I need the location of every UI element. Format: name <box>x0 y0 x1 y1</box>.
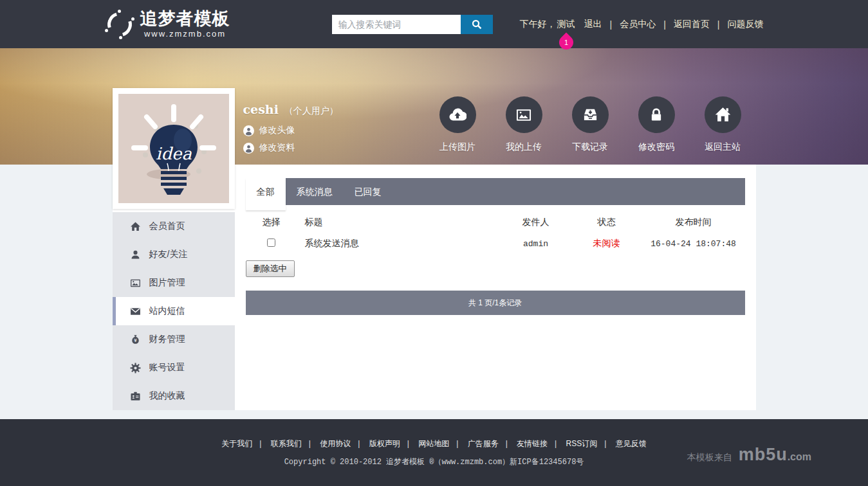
logo-swirl-icon <box>105 10 134 39</box>
footer-link-about[interactable]: 关于我们 <box>221 439 252 448</box>
footer-separator: | <box>259 439 261 448</box>
sidebar-item-friends[interactable]: 好友/关注 <box>113 240 235 269</box>
footer-separator: | <box>506 439 508 448</box>
site-title: 追梦者模板 <box>140 10 230 28</box>
row-select-checkbox[interactable] <box>267 239 275 247</box>
image-icon <box>130 278 141 289</box>
footer-link-sitemap[interactable]: 网站地图 <box>418 439 449 448</box>
lightbulb-idea-image: idea <box>118 94 229 203</box>
home-icon <box>714 106 732 123</box>
profile-user-type: （个人用户） <box>284 105 338 116</box>
pagination-bar: 共 1 页/1条记录 <box>246 291 745 315</box>
search-input[interactable] <box>332 15 461 34</box>
nav-link-back-home[interactable]: 返回首页 <box>674 19 710 30</box>
credit-suffix: .com <box>788 451 811 463</box>
delete-selected-button[interactable]: 删除选中 <box>246 260 295 277</box>
nav-separator: | <box>663 19 666 30</box>
image-icon <box>515 107 532 123</box>
quick-link-upload-image[interactable]: 上传图片 <box>425 96 491 153</box>
lock-icon <box>648 107 665 123</box>
messages-panel: 全部 系统消息 已回复 选择 标题 发件人 状态 发布时间 系统发送消息 adm… <box>235 165 756 410</box>
table-header-row: 选择 标题 发件人 状态 发布时间 <box>246 213 745 232</box>
message-time: 16-04-24 18:07:48 <box>642 239 745 249</box>
sidebar: idea 会员首页 好友/关注 图片管理 <box>113 165 235 410</box>
tab-system-messages[interactable]: 系统消息 <box>286 178 344 205</box>
col-header-time: 发布时间 <box>642 217 745 228</box>
edit-avatar-link[interactable]: 修改头像 <box>243 125 338 136</box>
footer-separator: | <box>358 439 360 448</box>
footer-separator: | <box>309 439 311 448</box>
quick-link-back-to-main-site[interactable]: 返回主站 <box>690 96 756 153</box>
money-bag-icon: ¥ <box>130 334 141 345</box>
download-tray-icon <box>582 106 599 123</box>
quick-links: 上传图片 我的上传 下载记录 修改密码 返回主站 <box>425 96 756 153</box>
quick-link-my-uploads[interactable]: 我的上传 <box>491 96 557 153</box>
user-icon <box>243 143 254 154</box>
messages-table: 选择 标题 发件人 状态 发布时间 系统发送消息 admin 未阅读 16-04… <box>246 213 745 255</box>
footer-link-rss[interactable]: RSS订阅 <box>566 439 598 448</box>
sidebar-item-image-management[interactable]: 图片管理 <box>113 269 235 297</box>
username-link[interactable]: 测试 1 <box>557 19 575 30</box>
user-icon <box>130 249 141 260</box>
tab-all[interactable]: 全部 <box>246 178 286 210</box>
col-header-select: 选择 <box>246 217 297 228</box>
quick-link-download-history[interactable]: 下载记录 <box>557 96 623 153</box>
col-header-status: 状态 <box>571 217 642 228</box>
mail-icon <box>130 306 141 317</box>
user-icon <box>243 125 254 136</box>
top-navbar: 追梦者模板 www.zmzmb.com 下午好， 测试 1 退出 | 会员中心 … <box>0 0 868 48</box>
user-nav: 下午好， 测试 1 退出 | 会员中心 | 返回首页 | 问题反馈 <box>520 19 764 30</box>
footer-link-copyright[interactable]: 版权声明 <box>369 439 400 448</box>
col-header-sender: 发件人 <box>501 217 571 228</box>
profile-username: ceshi <box>243 102 279 116</box>
svg-text:¥: ¥ <box>134 338 137 343</box>
user-profile-block: ceshi （个人用户） 修改头像 修改资料 <box>243 102 338 154</box>
sidebar-item-account-settings[interactable]: 账号设置 <box>113 354 235 382</box>
message-count-badge[interactable]: 1 <box>556 32 576 52</box>
site-url: www.zmzmb.com <box>140 30 230 38</box>
mb5u-logo[interactable]: mb5u <box>739 445 788 465</box>
footer: 关于我们| 联系我们| 使用协议| 版权声明| 网站地图| 广告服务| 友情链接… <box>0 419 868 486</box>
message-title-link[interactable]: 系统发送消息 <box>297 238 501 249</box>
nav-link-member-center[interactable]: 会员中心 <box>620 19 656 30</box>
search-button[interactable] <box>461 15 493 34</box>
id-badge-icon <box>130 391 141 402</box>
sidebar-item-my-favorites[interactable]: 我的收藏 <box>113 382 235 410</box>
footer-separator: | <box>456 439 458 448</box>
footer-separator: | <box>407 439 409 448</box>
sidebar-menu: 会员首页 好友/关注 图片管理 站内短信 ¥ 财务管理 账号设置 <box>113 212 235 410</box>
home-icon <box>130 221 141 232</box>
footer-link-feedback[interactable]: 意见反馈 <box>616 439 647 448</box>
content-area: idea 会员首页 好友/关注 图片管理 <box>113 165 756 410</box>
site-logo[interactable]: 追梦者模板 www.zmzmb.com <box>105 10 230 39</box>
template-credit: 本模板来自 mb5u .com <box>687 445 811 465</box>
tab-replied[interactable]: 已回复 <box>344 178 392 205</box>
sidebar-item-site-messages[interactable]: 站内短信 <box>113 297 235 325</box>
avatar[interactable]: idea <box>113 88 235 209</box>
message-tabs: 全部 系统消息 已回复 <box>246 178 745 205</box>
footer-link-friend-links[interactable]: 友情链接 <box>517 439 548 448</box>
search-icon <box>471 19 483 30</box>
greeting-text: 下午好， <box>520 19 556 30</box>
message-status-badge: 未阅读 <box>571 238 642 249</box>
cloud-upload-icon <box>448 106 466 124</box>
gear-icon <box>130 363 141 374</box>
search-bar <box>332 15 493 34</box>
edit-profile-link[interactable]: 修改资料 <box>243 142 338 154</box>
svg-text:idea: idea <box>156 144 192 163</box>
sidebar-item-finance[interactable]: ¥ 财务管理 <box>113 325 235 354</box>
quick-link-change-password[interactable]: 修改密码 <box>623 96 690 153</box>
logout-link[interactable]: 退出 <box>584 19 602 30</box>
credit-prefix: 本模板来自 <box>687 452 732 464</box>
nav-link-feedback[interactable]: 问题反馈 <box>728 19 764 30</box>
footer-link-ads[interactable]: 广告服务 <box>468 439 499 448</box>
footer-link-terms[interactable]: 使用协议 <box>320 439 351 448</box>
sidebar-item-member-home[interactable]: 会员首页 <box>113 212 235 240</box>
col-header-title: 标题 <box>297 217 501 228</box>
footer-separator: | <box>604 439 606 448</box>
footer-link-contact[interactable]: 联系我们 <box>271 439 302 448</box>
footer-links: 关于我们| 联系我们| 使用协议| 版权声明| 网站地图| 广告服务| 友情链接… <box>113 438 756 449</box>
nav-separator: | <box>717 19 720 30</box>
table-row: 系统发送消息 admin 未阅读 16-04-24 18:07:48 <box>246 232 745 255</box>
footer-separator: | <box>555 439 557 448</box>
